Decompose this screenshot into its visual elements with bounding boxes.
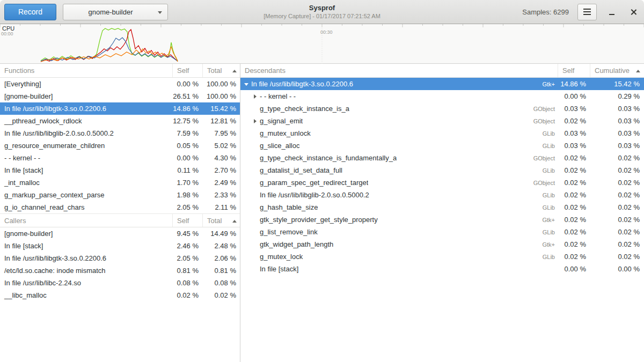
table-row[interactable]: In file /usr/lib/libgtk-3.so.0.2200.62.0… <box>0 252 240 264</box>
table-row[interactable]: In file [stack]0.11 %2.70 % <box>0 164 240 176</box>
row-function-name: [Everything] <box>0 80 173 88</box>
row-descendant-name-cell: g_slice_allocGLib <box>240 142 558 150</box>
row-descendant-name-cell: g_mutex_lockGLib <box>240 253 558 261</box>
tree-row[interactable]: In file /usr/lib/libglib-2.0.so.0.5000.2… <box>240 189 644 201</box>
tree-row[interactable]: g_type_check_instance_is_aGObject0.03 %0… <box>240 102 644 115</box>
row-descendant-name-cell: gtk_widget_path_lengthGtk+ <box>240 240 558 248</box>
row-descendant-name-cell: g_datalist_id_set_data_fullGLib <box>240 166 558 174</box>
dropdown-arrow-icon <box>158 11 162 14</box>
row-self-percent: 0.08 % <box>173 279 203 287</box>
column-header-self[interactable]: Self <box>173 64 203 77</box>
column-header-cumulative[interactable]: Cumulative <box>590 64 644 77</box>
collapse-expander-icon[interactable] <box>243 80 250 87</box>
row-cumulative-percent: 0.02 % <box>590 203 644 211</box>
tree-indent <box>240 121 252 121</box>
expander-spacer <box>252 265 259 272</box>
table-row[interactable]: In file /usr/lib/libglib-2.0.so.0.5000.2… <box>0 127 240 139</box>
table-row[interactable]: - - kernel - -0.00 %4.30 % <box>0 152 240 164</box>
sort-indicator-icon <box>232 220 237 223</box>
table-row[interactable]: In file /usr/lib/libgtk-3.so.0.2200.614.… <box>0 102 240 115</box>
expand-expander-icon[interactable] <box>252 117 259 124</box>
close-button[interactable] <box>627 4 640 20</box>
table-row[interactable]: [gnome-builder]26.51 %100.00 % <box>0 90 240 102</box>
tree-indent <box>240 219 252 220</box>
column-header-self[interactable]: Self <box>173 214 203 227</box>
table-row[interactable]: [Everything]0.00 %100.00 % <box>0 78 240 90</box>
column-header-total[interactable]: Total <box>203 214 240 227</box>
tree-row[interactable]: g_datalist_id_set_data_fullGLib0.02 %0.0… <box>240 164 644 176</box>
row-total-percent: 5.02 % <box>203 142 240 150</box>
samples-count-label: Samples: 6299 <box>522 8 569 16</box>
tree-row[interactable]: g_signal_emitGObject0.02 %0.03 % <box>240 115 644 127</box>
column-header-callers[interactable]: Callers <box>0 214 173 227</box>
row-self-percent: 0.03 % <box>558 105 590 113</box>
tree-row[interactable]: g_param_spec_get_redirect_targetGObject0… <box>240 176 644 189</box>
tree-row[interactable]: g_mutex_unlockGLib0.03 %0.03 % <box>240 127 644 139</box>
row-function-name: In file /usr/lib/libgtk-3.so.0.2200.6 <box>0 105 173 113</box>
tree-row[interactable]: g_list_remove_linkGLib0.02 %0.02 % <box>240 226 644 238</box>
table-row[interactable]: In file [stack]2.46 %2.48 % <box>0 240 240 252</box>
table-row[interactable]: g_markup_parse_context_parse1.98 %2.33 % <box>0 189 240 201</box>
row-self-percent: 0.02 % <box>558 240 590 248</box>
tree-row[interactable]: gtk_style_provider_get_style_propertyGtk… <box>240 213 644 226</box>
row-cumulative-percent: 0.00 % <box>590 265 644 273</box>
tree-indent <box>240 182 252 183</box>
row-descendant-name: g_mutex_unlock <box>260 129 311 137</box>
tree-row[interactable]: g_type_check_instance_is_fundamentally_a… <box>240 152 644 164</box>
tree-indent <box>240 207 252 208</box>
process-selector-dropdown[interactable]: gnome-builder <box>63 4 168 20</box>
tree-row[interactable]: g_slice_allocGLib0.03 %0.03 % <box>240 139 644 152</box>
table-row[interactable]: /etc/ld.so.cache: inode mismatch0.81 %0.… <box>0 264 240 277</box>
table-row[interactable]: g_io_channel_read_chars2.05 %2.11 % <box>0 201 240 213</box>
table-row[interactable]: _int_malloc1.70 %2.49 % <box>0 176 240 189</box>
tree-row[interactable]: g_hash_table_sizeGLib0.02 %0.02 % <box>240 201 644 213</box>
row-self-percent: 0.05 % <box>173 142 203 150</box>
expand-expander-icon[interactable] <box>252 93 259 100</box>
row-library-category: GObject <box>529 118 558 124</box>
row-descendant-name-cell: g_type_check_instance_is_aGObject <box>240 105 558 113</box>
row-cumulative-percent: 0.03 % <box>590 105 644 113</box>
row-descendant-name: In file /usr/lib/libglib-2.0.so.0.5000.2 <box>260 191 369 199</box>
row-self-percent: 12.75 % <box>173 117 203 125</box>
table-row[interactable]: g_resource_enumerate_children0.05 %5.02 … <box>0 139 240 152</box>
table-row[interactable]: In file /usr/lib/libc-2.24.so0.08 %0.08 … <box>0 277 240 289</box>
tree-row[interactable]: - - kernel - -0.00 %0.29 % <box>240 90 644 102</box>
callers-table: [gnome-builder]9.45 %14.49 %In file [sta… <box>0 227 240 301</box>
row-function-name: - - kernel - - <box>0 154 173 162</box>
column-header-descendants[interactable]: Descendants <box>240 64 558 77</box>
main-split-view: Functions Self Total [Everything]0.00 %1… <box>0 64 644 362</box>
table-row[interactable]: __pthread_rwlock_rdlock12.75 %12.81 % <box>0 115 240 127</box>
tree-indent <box>240 108 252 109</box>
row-self-percent: 0.02 % <box>558 253 590 261</box>
expander-spacer <box>252 154 259 161</box>
menu-button[interactable] <box>577 4 597 20</box>
row-cumulative-percent: 0.03 % <box>590 117 644 125</box>
row-function-name: [gnome-builder] <box>0 230 173 238</box>
row-self-percent: 1.70 % <box>173 179 203 187</box>
column-header-total[interactable]: Total <box>203 64 240 77</box>
table-row[interactable]: [gnome-builder]9.45 %14.49 % <box>0 227 240 240</box>
tree-row[interactable]: gtk_widget_path_lengthGtk+0.02 %0.02 % <box>240 238 644 250</box>
descendants-table-header: Descendants Self Cumulative <box>240 64 644 78</box>
cpu-timeline-graph[interactable]: CPU 00:00 00:30 <box>0 24 644 64</box>
tree-row[interactable]: In file [stack]0.00 %0.00 % <box>240 263 644 275</box>
row-descendant-name-cell: - - kernel - - <box>240 92 558 100</box>
row-self-percent: 9.45 % <box>173 230 203 238</box>
row-cumulative-percent: 0.03 % <box>590 142 644 150</box>
row-descendant-name-cell: g_type_check_instance_is_fundamentally_a… <box>240 154 558 162</box>
close-icon <box>630 9 637 16</box>
tree-row[interactable]: In file /usr/lib/libgtk-3.so.0.2200.6Gtk… <box>240 78 644 90</box>
row-self-percent: 26.51 % <box>173 92 203 100</box>
row-total-percent: 12.81 % <box>203 117 240 125</box>
column-header-self[interactable]: Self <box>558 64 590 77</box>
minimize-button[interactable] <box>605 4 618 20</box>
tree-indent <box>240 269 252 269</box>
record-button[interactable]: Record <box>4 4 56 20</box>
row-descendant-name: gtk_style_provider_get_style_property <box>260 216 378 224</box>
row-descendant-name-cell: g_signal_emitGObject <box>240 117 558 125</box>
table-row[interactable]: __libc_malloc0.02 %0.02 % <box>0 289 240 301</box>
row-descendant-name: In file [stack] <box>260 265 298 273</box>
column-header-functions[interactable]: Functions <box>0 64 173 77</box>
row-descendant-name: g_param_spec_get_redirect_target <box>260 179 368 187</box>
tree-row[interactable]: g_mutex_lockGLib0.02 %0.02 % <box>240 250 644 263</box>
